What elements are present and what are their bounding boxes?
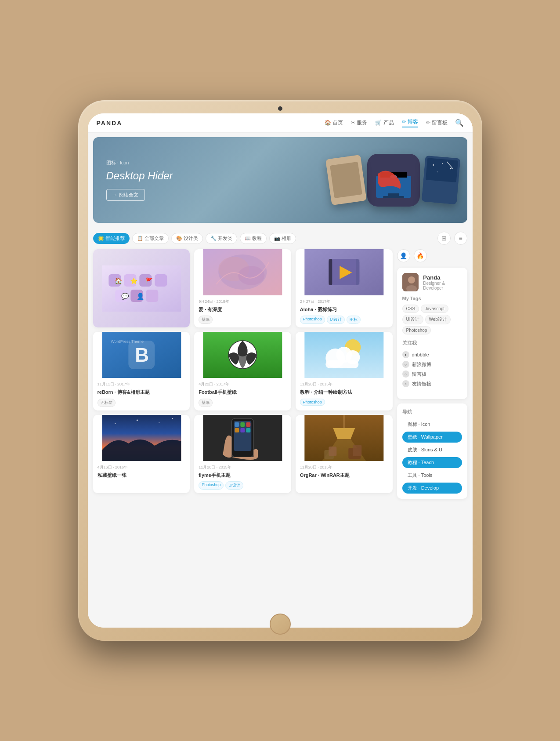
post-date-8: 11月20日 · 2015年 (300, 465, 388, 470)
posts-grid: 🏠 ⭐ 🚩 💬 👤 11月26日 · 2018年 第三方App(奇点)在iOS5… (93, 249, 393, 499)
nav-item-wallpaper[interactable]: 壁纸 · Wallpaper (402, 432, 462, 443)
svg-text:🏠: 🏠 (115, 277, 123, 285)
svg-point-71 (408, 276, 415, 283)
nav-item-skin[interactable]: 皮肤 · Skins & UI (402, 444, 462, 455)
nav-service[interactable]: ✂ 服务 (351, 119, 367, 127)
dribbble-icon: ● (402, 351, 409, 358)
post-tag[interactable]: UI设计 (327, 316, 345, 324)
list-view-btn[interactable]: ≡ (454, 232, 467, 245)
hero-card-left (325, 155, 367, 205)
tag-ui[interactable]: UI设计 (402, 315, 423, 324)
post-info-5: 11月28日 · 2015年 教程 · 介绍一种绘制方法 Photoshop (296, 378, 393, 409)
post-card-7[interactable]: 11月20日 · 2015年 flyme手机主题 Photoshop UI设计 (194, 415, 291, 493)
post-tag[interactable]: 图标 (347, 316, 361, 324)
filter-album[interactable]: 📷 相册 (269, 233, 296, 244)
post-card-3[interactable]: WordPress Theme B 11月11日 · 2017年 reBorn … (93, 332, 190, 410)
svg-rect-48 (325, 360, 358, 368)
filter-tutorial[interactable]: 📖 教程 (240, 233, 267, 244)
nav-product[interactable]: 🛒 产品 (375, 119, 394, 127)
grid-row-1: 🏠 ⭐ 🚩 💬 👤 11月26日 · 2018年 第三方App(奇点)在iOS5… (93, 249, 393, 327)
nav-item-tools[interactable]: 工具 · Tools (402, 470, 462, 481)
post-tag[interactable]: Photoshop (300, 399, 325, 406)
post-date-6: 4月16日 · 2016年 (98, 465, 186, 470)
follow-guestbook[interactable]: ○ 留言板 (402, 369, 462, 379)
grid-view-btn[interactable]: ⊞ (437, 232, 451, 245)
post-tag[interactable]: Photoshop (300, 316, 325, 324)
fire-action-btn[interactable]: 🔥 (414, 249, 427, 262)
post-card-6[interactable]: 4月16日 · 2016年 私藏壁纸一张 (93, 415, 190, 493)
post-tag[interactable]: UI设计 (225, 481, 243, 490)
post-title-2: Aloha · 图标练习 (300, 306, 388, 313)
svg-rect-67 (329, 447, 336, 456)
logo: PANDA (97, 120, 123, 127)
screen: PANDA 🏠 🏠 首页首页 ✂ 服务 🛒 产品 ✏ 博客 ✏ 留言板 🔍 图标… (88, 113, 473, 628)
nav-section-title: 导航 (402, 409, 462, 415)
tag-list: CSS Javascript UI设计 Web设计 Photoshop (402, 305, 462, 334)
svg-point-50 (115, 423, 116, 424)
post-title-7: flyme手机主题 (199, 472, 287, 479)
svg-text:🚩: 🚩 (145, 277, 153, 285)
post-date-2: 2月27日 · 2017年 (300, 299, 388, 305)
post-card-5[interactable]: 11月28日 · 2015年 教程 · 介绍一种绘制方法 Photoshop (296, 332, 393, 410)
post-thumb-6 (93, 415, 190, 461)
user-profile: Panda Designer & Developer (402, 273, 462, 291)
guestbook-label: 留言板 (412, 371, 426, 378)
navigation: PANDA 🏠 🏠 首页首页 ✂ 服务 🛒 产品 ✏ 博客 ✏ 留言板 🔍 (88, 113, 473, 133)
filter-smart[interactable]: 🌟 智能推荐 (93, 233, 130, 244)
filter-dev[interactable]: 🔧 开发类 (206, 233, 237, 244)
tag-css[interactable]: CSS (402, 305, 419, 313)
svg-rect-15 (102, 265, 181, 312)
post-tag[interactable]: 壁纸 (199, 399, 213, 407)
nav-blog[interactable]: ✏ 博客 (402, 118, 418, 127)
filter-icons: ⊞ ≡ (437, 232, 467, 245)
search-icon[interactable]: 🔍 (455, 119, 464, 127)
post-info-8: 11月20日 · 2015年 OrgRar · WinRAR主题 (296, 461, 393, 485)
post-tag[interactable]: 壁纸 (199, 316, 213, 324)
follow-weibo[interactable]: ○ 新浪微博 (402, 360, 462, 369)
post-info-4: 4月22日 · 2017年 Football手机壁纸 壁纸 (194, 378, 291, 410)
sidebar: 👤 🔥 (397, 249, 467, 499)
nav-home[interactable]: 🏠 🏠 首页首页 (325, 119, 343, 127)
user-action-btn[interactable]: 👤 (397, 249, 410, 262)
sidebar-nav-card: 导航 图标 · Icon 壁纸 · Wallpaper 皮肤 · Skins &… (397, 403, 467, 499)
svg-rect-61 (240, 428, 245, 432)
post-card-8[interactable]: 11月20日 · 2015年 OrgRar · WinRAR主题 (296, 415, 393, 493)
post-info-7: 11月20日 · 2015年 flyme手机主题 Photoshop UI设计 (194, 461, 291, 493)
follow-section: 关注我 ● dribbble ○ 新浪微博 ○ 留言板 (402, 340, 462, 389)
svg-rect-22 (146, 290, 158, 302)
post-card-1[interactable]: 9月24日 · 2018年 爱 · 有深度 壁纸 (194, 249, 291, 327)
user-info: Panda Designer & Developer (423, 274, 462, 291)
filter-all[interactable]: 📋 全部文章 (132, 233, 169, 244)
post-tag[interactable]: 无标签 (98, 399, 116, 407)
user-name: Panda (423, 274, 462, 281)
post-date-1: 9月24日 · 2018年 (199, 299, 287, 305)
nav-guestbook[interactable]: ✏ 留言板 (426, 119, 448, 127)
post-date-4: 4月22日 · 2017年 (199, 381, 287, 387)
tag-web[interactable]: Web设计 (425, 315, 451, 324)
hero-read-btn[interactable]: → 阅读全文 (106, 189, 145, 201)
tag-ps[interactable]: Photoshop (402, 326, 431, 334)
post-thumb-7 (194, 415, 291, 461)
post-info-3: 11月11日 · 2017年 reBorn · 博客&相册主题 无标签 (93, 378, 190, 410)
nav-item-teach[interactable]: 教程 · Teach (402, 457, 462, 468)
post-tags-5: Photoshop (300, 399, 388, 406)
post-card-2[interactable]: 2月27日 · 2017年 Aloha · 图标练习 Photoshop UI设… (296, 249, 393, 327)
svg-rect-35 (329, 259, 332, 285)
home-button[interactable] (270, 614, 291, 635)
hero-title: Desktop Hider (106, 170, 173, 182)
hero-card-right (421, 156, 460, 205)
links-label: 友情链接 (412, 381, 431, 387)
nav-item-develop[interactable]: 开发 · Develop (402, 483, 462, 494)
svg-rect-57 (235, 422, 239, 427)
follow-dribbble[interactable]: ● dribbble (402, 350, 462, 360)
nav-item-icon[interactable]: 图标 · Icon (402, 419, 462, 430)
post-tag[interactable]: Photoshop (199, 481, 224, 490)
post-title-8: OrgRar · WinRAR主题 (300, 472, 388, 479)
post-tags-1: 壁纸 (199, 316, 287, 324)
tag-js[interactable]: Javascript (421, 305, 448, 313)
weibo-icon: ○ (402, 361, 409, 368)
post-card-0[interactable]: 🏠 ⭐ 🚩 💬 👤 11月26日 · 2018年 第三方App(奇点)在iOS5… (93, 249, 190, 327)
post-card-4[interactable]: 4月22日 · 2017年 Football手机壁纸 壁纸 (194, 332, 291, 410)
filter-design[interactable]: 🎨 设计类 (171, 233, 203, 244)
follow-links[interactable]: ○ 友情链接 (402, 379, 462, 389)
